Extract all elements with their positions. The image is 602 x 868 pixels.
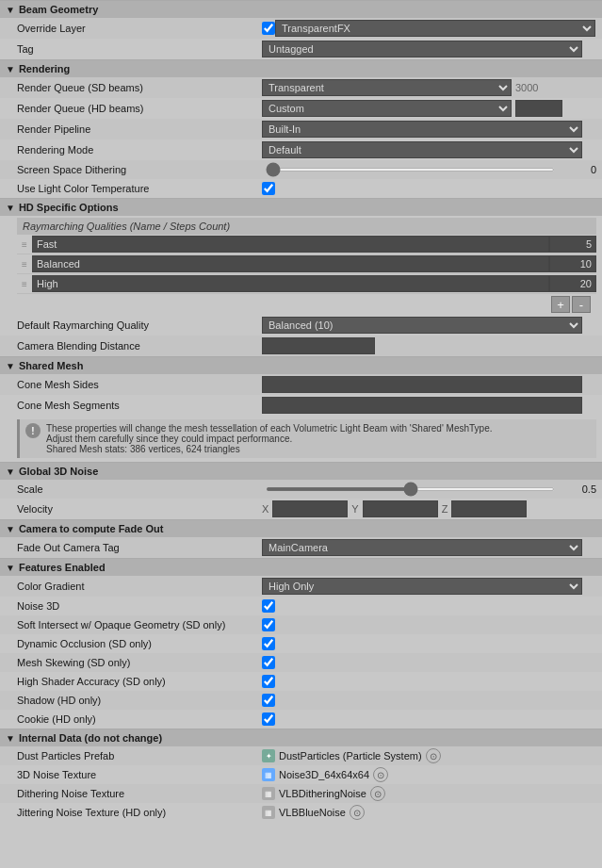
tag-select[interactable]: Untagged [262,41,582,57]
add-quality-button[interactable]: + [551,296,570,313]
scale-slider[interactable] [266,487,555,491]
raymarching-name-fast[interactable] [32,236,549,253]
noise-texture-3d-row: 3D Noise Texture ▦ Noise3D_64x64x64 ⊙ [0,765,602,784]
beam-geometry-header[interactable]: ▼ Beam Geometry [0,0,602,18]
override-layer-checkbox[interactable] [262,22,275,35]
cone-mesh-segments-value: 5 [262,397,596,414]
triangle-icon: ▼ [6,733,15,744]
render-pipeline-value: Built-In [262,121,596,138]
default-raymarching-quality-select[interactable]: Balanced (10) [262,317,582,334]
jittering-noise-texture-select-button[interactable]: ⊙ [350,805,365,820]
dithering-noise-texture-select-button[interactable]: ⊙ [370,786,385,801]
fade-out-camera-tag-select[interactable]: MainCamera [262,539,582,556]
triangle-icon: ▼ [6,64,15,74]
screen-space-dithering-value: 0 [262,164,596,175]
high-shader-accuracy-label: High Shader Accuracy (SD only) [17,676,262,687]
high-shader-accuracy-value [262,675,596,688]
override-layer-select[interactable]: TransparentFX [275,20,595,37]
render-queue-sd-number: 3000 [515,82,538,93]
shadow-checkbox[interactable] [262,694,275,707]
dithering-noise-texture-label: Dithering Noise Texture [17,788,262,799]
features-enabled-section: ▼ Features Enabled Color Gradient High O… [0,558,602,729]
camera-fade-out-header[interactable]: ▼ Camera to compute Fade Out [0,519,602,537]
cookie-checkbox[interactable] [262,712,275,726]
dynamic-occlusion-row: Dynamic Occlusion (SD only) [0,634,602,653]
noise-texture-3d-value: ▦ Noise3D_64x64x64 ⊙ [262,767,596,782]
features-enabled-title: Features Enabled [19,562,106,573]
dust-particles-select-button[interactable]: ⊙ [426,748,441,763]
remove-quality-button[interactable]: - [572,296,591,313]
shared-mesh-header[interactable]: ▼ Shared Mesh [0,356,602,374]
render-pipeline-select[interactable]: Built-In [262,121,582,138]
triangle-icon: ▼ [6,361,15,371]
dynamic-occlusion-checkbox[interactable] [262,637,275,650]
drag-handle-balanced[interactable]: ≡ [17,259,32,270]
velocity-y-input[interactable]: 0.18 [363,500,438,517]
velocity-z-input[interactable]: 0.05 [451,500,527,517]
camera-blending-distance-input[interactable]: 0.5 [262,337,375,354]
raymarching-steps-fast[interactable] [549,236,596,253]
dust-particles-prefab-row: Dust Particles Prefab ✦ DustParticles (P… [0,746,602,765]
hd-specific-options-title: HD Specific Options [19,202,119,213]
velocity-label: Velocity [17,503,262,515]
screen-space-dithering-number: 0 [559,164,596,175]
rendering-mode-select[interactable]: Default [262,141,582,158]
noise-texture-3d-select-button[interactable]: ⊙ [373,767,388,782]
high-shader-accuracy-checkbox[interactable] [262,675,275,688]
soft-intersect-checkbox[interactable] [262,618,275,631]
cookie-row: Cookie (HD only) [0,710,602,729]
dithering-noise-texture-asset: ▦ VLBDitheringNoise [262,787,366,800]
mesh-skewing-checkbox[interactable] [262,656,275,669]
hd-specific-options-header[interactable]: ▼ HD Specific Options [0,198,602,216]
screen-space-dithering-slider[interactable] [266,168,555,172]
raymarching-name-high[interactable] [32,275,549,292]
screen-space-dithering-label: Screen Space Dithering [17,164,262,175]
color-gradient-select[interactable]: High Only [262,578,582,595]
noise-texture-3d-label: 3D Noise Texture [17,769,262,780]
fade-out-camera-tag-row: Fade Out Camera Tag MainCamera [0,537,602,558]
cone-mesh-segments-label: Cone Mesh Segments [17,400,262,411]
cone-mesh-sides-input[interactable]: 24 [262,376,582,393]
drag-handle-fast[interactable]: ≡ [17,239,32,250]
use-light-color-temp-value [262,182,596,195]
camera-blending-distance-value: 0.5 [262,337,596,354]
render-queue-hd-number[interactable]: 3100 [515,100,562,117]
beam-geometry-title: Beam Geometry [19,4,98,15]
dust-particles-asset: ✦ DustParticles (Particle System) [262,749,422,762]
render-pipeline-row: Render Pipeline Built-In [0,119,602,139]
camera-fade-out-section: ▼ Camera to compute Fade Out Fade Out Ca… [0,519,602,558]
scale-value: 0.5 [262,483,596,495]
add-remove-row: + - [17,294,596,315]
features-enabled-header[interactable]: ▼ Features Enabled [0,558,602,576]
cone-mesh-sides-label: Cone Mesh Sides [17,379,262,390]
velocity-x-input[interactable]: 0.07 [272,500,348,517]
cone-mesh-segments-input[interactable]: 5 [262,397,582,414]
scale-label: Scale [17,483,262,495]
use-light-color-temp-checkbox[interactable] [262,182,275,195]
dust-particles-icon: ✦ [262,749,275,762]
raymarching-table-header: Raymarching Qualities (Name / Steps Coun… [17,218,596,235]
shadow-label: Shadow (HD only) [17,695,262,706]
jittering-noise-texture-name: VLBBlueNoise [279,807,346,818]
raymarching-steps-balanced[interactable] [549,255,596,272]
render-queue-hd-select[interactable]: Custom [262,100,512,117]
triangle-icon: ▼ [6,203,15,213]
render-queue-sd-select[interactable]: Transparent [262,79,512,96]
cone-mesh-sides-value: 24 [262,376,596,393]
internal-data-header[interactable]: ▼ Internal Data (do not change) [0,729,602,746]
render-queue-sd-value: Transparent 3000 [262,79,596,96]
raymarching-name-balanced[interactable] [32,255,549,272]
global-3d-noise-header[interactable]: ▼ Global 3D Noise [0,462,602,480]
rendering-header[interactable]: ▼ Rendering [0,59,602,77]
raymarching-row-fast: ≡ [17,235,596,254]
default-raymarching-quality-row: Default Raymarching Quality Balanced (10… [0,315,602,336]
color-gradient-row: Color Gradient High Only [0,576,602,597]
dithering-noise-texture-icon: ▦ [262,787,275,800]
drag-handle-high[interactable]: ≡ [17,279,32,289]
beam-geometry-section: ▼ Beam Geometry Override Layer Transpare… [0,0,602,59]
raymarching-steps-high[interactable] [549,275,596,292]
hd-specific-options-section: ▼ HD Specific Options Raymarching Qualit… [0,198,602,356]
noise-3d-checkbox[interactable] [262,599,275,613]
fade-out-camera-tag-value: MainCamera [262,539,596,556]
mesh-skewing-row: Mesh Skewing (SD only) [0,653,602,672]
